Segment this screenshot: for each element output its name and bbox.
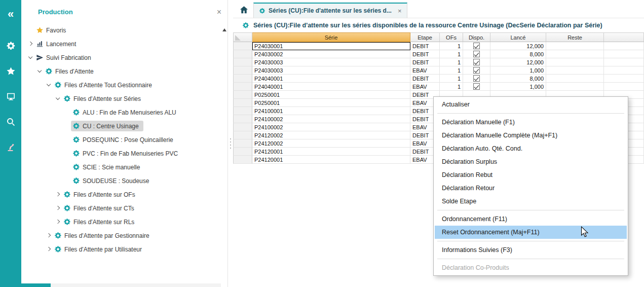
chevron-right-icon[interactable] [54, 193, 62, 196]
sidebar-item-favoris[interactable]: Favoris [21, 23, 221, 37]
menu-item-declaration-manuelle[interactable]: Déclaration Manuelle (F1) [435, 116, 627, 129]
cell-reste[interactable] [546, 75, 604, 83]
cell-lance[interactable]: 8,000 [490, 50, 546, 58]
sidebar-item-alu[interactable]: ALU : Fin de Fab Menuiseries ALU [21, 105, 221, 119]
cell-lance[interactable]: 8,000 [490, 75, 546, 83]
cell-dispo[interactable] [463, 42, 490, 50]
row-header-cell[interactable] [233, 148, 252, 156]
chevron-down-icon[interactable] [45, 84, 53, 86]
sidebar-item-files-attente-sur-ofs[interactable]: Files d'Attente sur OFs [21, 188, 221, 201]
cell-ofs[interactable]: 1 [440, 42, 463, 50]
cell-ofs[interactable]: 1 [440, 75, 463, 83]
rail-collapse-sidebar-button[interactable]: « [0, 6, 21, 23]
menu-item-actualiser[interactable]: Actualiser [435, 98, 627, 111]
cell-etape[interactable]: EBAV [410, 66, 440, 75]
sidebar-item-files-attente-sur-cts[interactable]: Files d'Attente sur CTs [21, 201, 221, 215]
dispo-checkbox[interactable] [473, 83, 480, 90]
menu-item-solde-etape[interactable]: Solde Etape [435, 195, 627, 208]
sidebar-item-files-attente-par-utilisateur[interactable]: Files d'Attente par Utilisateur [21, 242, 221, 256]
menu-item-declaration-rebut[interactable]: Déclaration Rebut [435, 168, 627, 182]
cell-serie[interactable]: P0250001 [252, 91, 410, 99]
cell-ofs[interactable]: 1 [440, 83, 463, 91]
rail-settings-button[interactable] [0, 37, 21, 54]
cell-serie[interactable]: P24120001 [252, 156, 410, 164]
row-header-cell[interactable] [233, 50, 252, 58]
tree-vertical-scrollbar[interactable] [221, 25, 228, 283]
cell-lance[interactable]: 1,000 [490, 66, 546, 75]
sidebar-close-icon[interactable]: × [217, 8, 221, 16]
cell-etape[interactable]: DEBIT [410, 42, 440, 50]
cell-blank[interactable] [604, 83, 644, 91]
chevron-right-icon[interactable] [45, 247, 53, 250]
column-header-ofs[interactable]: OFs [440, 32, 463, 42]
dispo-checkbox[interactable] [473, 51, 480, 57]
row-header-cell[interactable] [233, 75, 252, 83]
cell-reste[interactable] [546, 50, 604, 58]
sidebar-item-posequinc[interactable]: POSEQUINC : Pose Quincaillerie [21, 133, 221, 147]
cell-etape[interactable]: DEBIT [410, 58, 440, 66]
cell-etape[interactable]: EBAV [410, 83, 440, 91]
rail-robot-button[interactable] [0, 138, 21, 156]
column-header-blank[interactable] [604, 32, 644, 42]
row-header-cell[interactable] [233, 83, 252, 91]
cell-dispo[interactable] [463, 75, 490, 83]
cell-serie[interactable]: P24030003 [252, 58, 410, 66]
cell-ofs[interactable]: 1 [440, 50, 463, 58]
dispo-checkbox[interactable] [473, 59, 480, 65]
cell-reste[interactable] [546, 66, 604, 75]
cell-serie[interactable]: P24100002 [252, 123, 410, 131]
column-header-dispo[interactable]: Dispo. [463, 32, 490, 42]
chevron-right-icon[interactable] [45, 234, 53, 237]
select-all-corner[interactable] [233, 32, 252, 42]
cell-lance[interactable]: 12,000 [490, 42, 546, 50]
cell-lance[interactable]: 12,000 [490, 58, 546, 66]
chevron-down-icon[interactable] [26, 57, 34, 58]
sidebar-item-files-attente-sur-rls[interactable]: Files d'Attente sur RLs [21, 215, 221, 229]
scroll-up-icon[interactable] [222, 28, 226, 31]
cell-reste[interactable] [546, 42, 604, 50]
cell-serie[interactable]: P24030003 [252, 66, 410, 75]
cell-serie[interactable]: P24040001 [252, 75, 410, 83]
chevron-down-icon[interactable] [54, 98, 62, 99]
dispo-checkbox[interactable] [473, 43, 480, 49]
menu-item-declaration-retour[interactable]: Déclaration Retour [435, 182, 627, 195]
sidebar-item-lancement[interactable]: Lancement [21, 37, 221, 51]
row-header-cell[interactable] [233, 139, 252, 148]
tree-horizontal-scrollbar[interactable] [21, 283, 221, 287]
cell-dispo[interactable] [463, 50, 490, 58]
sidebar-item-suivi-fabrication[interactable]: Suivi Fabrication [21, 51, 221, 64]
tab-close-icon[interactable]: × [398, 8, 402, 14]
cell-serie[interactable]: P24100002 [252, 115, 410, 123]
chevron-right-icon[interactable] [54, 220, 62, 223]
menu-item-declaration-manuelle-complete[interactable]: Déclaration Manuelle Complète (Maj+F1) [435, 129, 627, 142]
dispo-checkbox[interactable] [473, 75, 480, 82]
column-header-reste[interactable]: Reste [546, 32, 604, 42]
chevron-right-icon[interactable] [54, 206, 62, 209]
menu-item-ordonnancement[interactable]: Ordonnancement (F11) [435, 212, 627, 226]
scrollbar-thumb[interactable] [21, 283, 51, 287]
cell-serie[interactable]: P24120001 [252, 148, 410, 156]
cell-serie[interactable]: P0250001 [252, 99, 410, 107]
menu-item-declaration-surplus[interactable]: Déclaration Surplus [435, 155, 627, 168]
cell-dispo[interactable] [463, 83, 490, 91]
menu-item-declaration-auto-qte-cond[interactable]: Déclaration Auto. Qté. Cond. [435, 142, 627, 155]
rail-search-button[interactable] [0, 113, 21, 130]
cell-serie[interactable]: P24030001 [252, 42, 410, 50]
menu-item-reset-ordonnancement[interactable]: Reset Ordonnancement (Maj+F11) [435, 226, 627, 239]
row-header-cell[interactable] [233, 66, 252, 75]
rail-screens-button[interactable] [0, 88, 21, 105]
column-header-etape[interactable]: Etape [410, 32, 440, 42]
sidebar-item-files-attente-sur-series[interactable]: Files d'Attente sur Séries [21, 92, 221, 105]
row-header-cell[interactable] [233, 115, 252, 123]
dispo-checkbox[interactable] [473, 67, 480, 74]
sidebar-item-pvc[interactable]: PVC : Fin de Fab Menuiseries PVC [21, 147, 221, 160]
cell-serie[interactable]: P24100001 [252, 107, 410, 115]
menu-item-informations-suivies[interactable]: Informations Suivies (F3) [435, 243, 627, 257]
rail-favorites-button[interactable] [0, 62, 21, 80]
home-button[interactable] [237, 3, 250, 17]
cell-serie[interactable]: P24040001 [252, 83, 410, 91]
row-header-cell[interactable] [233, 156, 252, 164]
sidebar-item-files-attente[interactable]: Files d'Attente [21, 64, 221, 78]
cell-serie[interactable]: P24030002 [252, 50, 410, 58]
cell-ofs[interactable]: 1 [440, 66, 463, 75]
